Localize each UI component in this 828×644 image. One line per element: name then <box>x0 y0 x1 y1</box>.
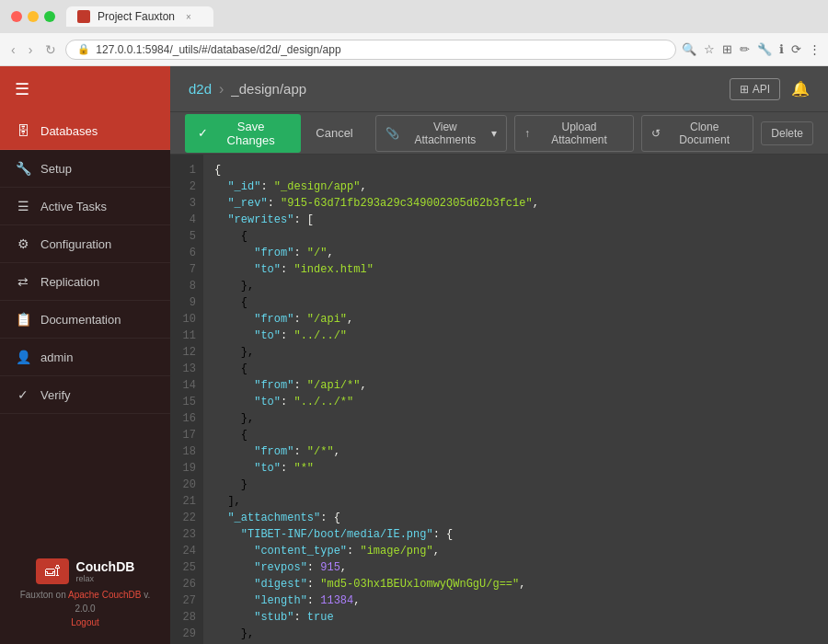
tools-icon[interactable]: 🔧 <box>757 42 772 56</box>
code-line: "TIBET-INF/boot/media/IE.png": { <box>203 526 828 543</box>
code-line: "length": 11384, <box>203 592 828 609</box>
address-bar[interactable]: 🔒 127.0.0.1:5984/_utils/#/database/d2d/_… <box>65 40 676 60</box>
sidebar-label-active-tasks: Active Tasks <box>40 200 107 213</box>
line-number: 15 <box>170 394 203 410</box>
paperclip-icon: 📎 <box>385 127 399 140</box>
code-line: "digest": "md5-03hx1BEUxlomwyQWnGgU/g=="… <box>203 576 828 592</box>
sidebar-item-configuration[interactable]: ⚙ Configuration <box>0 225 170 263</box>
couchdb-tagline: relax <box>76 574 135 583</box>
minimize-button[interactable] <box>28 11 39 22</box>
line-number: 7 <box>170 261 203 278</box>
clone-icon: ↺ <box>651 127 661 140</box>
sidebar-label-configuration: Configuration <box>40 237 111 251</box>
active-tasks-icon: ☰ <box>15 199 31 213</box>
tab-close-button[interactable]: × <box>186 12 191 22</box>
delete-button[interactable]: Delete <box>761 121 813 145</box>
documentation-icon: 📋 <box>15 312 31 327</box>
editor-toolbar: ✓ Save Changes Cancel 📎 View Attachments… <box>170 112 828 155</box>
tab-title: Project Fauxton <box>98 10 175 23</box>
api-label: API <box>753 83 770 96</box>
code-editor[interactable]: 1234567891011121314151617181920212223242… <box>170 155 828 644</box>
sidebar-item-databases[interactable]: 🗄 Databases <box>0 112 170 150</box>
upload-attachment-button[interactable]: ↑ Upload Attachment <box>514 115 634 152</box>
code-line: "_id": "_design/app", <box>203 178 828 195</box>
url-text: 127.0.0.1:5984/_utils/#/database/d2d/_de… <box>96 43 340 56</box>
sidebar-item-documentation[interactable]: 📋 Documentation <box>0 301 170 339</box>
window-controls <box>11 11 55 22</box>
line-number: 11 <box>170 328 203 344</box>
code-content[interactable]: { "_id": "_design/app", "_rev": "915-63d… <box>203 155 828 644</box>
clone-document-button[interactable]: ↺ Clone Document <box>641 115 753 152</box>
sidebar-label-setup: Setup <box>40 162 72 176</box>
line-number: 26 <box>170 576 203 592</box>
breadcrumb-bar: d2d › _design/app ⊞ API 🔔 <box>170 66 828 112</box>
view-attachments-chevron: ▾ <box>491 127 497 140</box>
code-line: "to": "index.html" <box>203 261 828 278</box>
sidebar-label-admin: admin <box>40 351 73 364</box>
sidebar-item-setup[interactable]: 🔧 Setup <box>0 150 170 188</box>
menu-icon[interactable]: ⋮ <box>809 42 821 56</box>
breadcrumb-db[interactable]: d2d <box>189 81 212 97</box>
search-icon[interactable]: 🔍 <box>682 42 696 56</box>
sidebar-label-verify: Verify <box>40 388 71 402</box>
extensions-icon[interactable]: ⊞ <box>722 42 732 56</box>
breadcrumb-separator: › <box>219 81 224 98</box>
line-number: 24 <box>170 543 203 559</box>
app-container: ☰ 🗄 Databases 🔧 Setup ☰ Active Tasks ⚙ C… <box>0 66 828 644</box>
code-line: "_attachments": { <box>203 510 828 526</box>
code-line: { <box>203 162 828 178</box>
sidebar-item-active-tasks[interactable]: ☰ Active Tasks <box>0 188 170 225</box>
forward-button[interactable]: › <box>25 40 37 59</box>
code-line: "content_type": "image/png", <box>203 543 828 559</box>
line-number: 19 <box>170 460 203 477</box>
browser-tab[interactable]: Project Fauxton × <box>66 6 213 27</box>
code-line: "to": "*" <box>203 460 828 477</box>
code-line: "from": "/api", <box>203 311 828 328</box>
sync-icon[interactable]: ⟳ <box>791 42 801 56</box>
line-number: 29 <box>170 626 203 642</box>
breadcrumb: d2d › _design/app <box>189 81 306 98</box>
sidebar-footer: 🛋 CouchDB relax Fauxton on Apache CouchD… <box>0 544 170 644</box>
sidebar-label-replication: Replication <box>40 275 99 289</box>
logout-link[interactable]: Logout <box>15 615 155 629</box>
sidebar-label-documentation: Documentation <box>40 313 121 327</box>
view-attachments-label: View Attachments <box>404 121 487 146</box>
code-line: "to": "../../" <box>203 328 828 344</box>
save-changes-button[interactable]: ✓ Save Changes <box>185 114 301 153</box>
api-button[interactable]: ⊞ API <box>730 78 780 100</box>
sidebar-item-replication[interactable]: ⇄ Replication <box>0 263 170 301</box>
line-number: 27 <box>170 592 203 609</box>
back-button[interactable]: ‹ <box>7 40 19 59</box>
line-number: 10 <box>170 311 203 328</box>
info-icon[interactable]: ℹ <box>779 42 784 56</box>
sidebar-header: ☰ <box>0 66 170 112</box>
main-content: d2d › _design/app ⊞ API 🔔 ✓ Save Changes… <box>170 66 828 644</box>
setup-icon: 🔧 <box>15 161 31 176</box>
notification-bell-icon[interactable]: 🔔 <box>791 80 810 98</box>
couchdb-name: CouchDB <box>76 559 135 574</box>
code-line: } <box>203 477 828 493</box>
code-line: "revpos": 915, <box>203 559 828 576</box>
checkmark-icon: ✓ <box>198 126 208 140</box>
view-attachments-button[interactable]: 📎 View Attachments ▾ <box>375 115 507 152</box>
line-number: 17 <box>170 427 203 443</box>
line-number: 22 <box>170 510 203 526</box>
sidebar-item-admin[interactable]: 👤 admin <box>0 339 170 376</box>
sidebar-item-verify[interactable]: ✓ Verify <box>0 376 170 414</box>
bookmark-icon[interactable]: ☆ <box>704 42 715 56</box>
refresh-button[interactable]: ↻ <box>41 40 60 59</box>
line-number: 4 <box>170 212 203 228</box>
cancel-label: Cancel <box>316 126 352 140</box>
code-line: "rewrites": [ <box>203 212 828 228</box>
line-number: 12 <box>170 344 203 361</box>
hamburger-icon[interactable]: ☰ <box>15 79 29 99</box>
breadcrumb-path: _design/app <box>231 81 306 97</box>
upload-icon: ↑ <box>524 127 530 140</box>
clone-document-label: Clone Document <box>665 121 743 146</box>
code-line: }, <box>203 410 828 427</box>
close-button[interactable] <box>11 11 22 22</box>
maximize-button[interactable] <box>44 11 55 22</box>
edit-icon[interactable]: ✏ <box>740 42 750 56</box>
code-line: { <box>203 361 828 377</box>
cancel-button[interactable]: Cancel <box>308 121 360 145</box>
